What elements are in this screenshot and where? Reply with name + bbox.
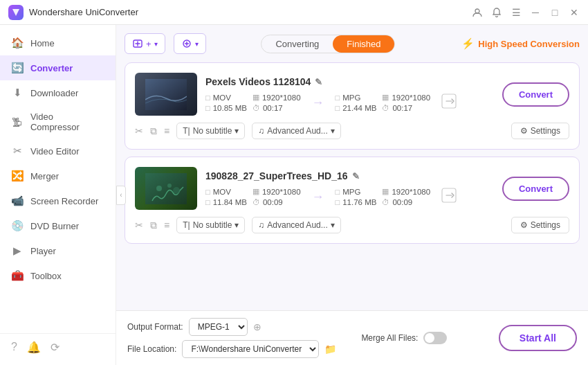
folder-icon[interactable]: 📁 [324, 344, 336, 355]
merge-row: Merge All Files: [361, 332, 447, 344]
downloader-icon: ⬇ [11, 87, 24, 99]
editor-icon: ✂ [11, 145, 24, 157]
sidebar-item-merger[interactable]: 🔀 Merger [0, 163, 116, 188]
subtitle-select-1[interactable]: T| No subtitle ▾ [176, 123, 245, 139]
bell-footer-icon[interactable]: 🔔 [27, 341, 41, 354]
file-location-select[interactable]: F:\Wondershare UniConverter [182, 340, 319, 358]
toggle-knob [425, 333, 434, 343]
out-format-icon: □ [336, 94, 340, 102]
out-res-icon: ▦ [382, 93, 389, 102]
sidebar-item-home[interactable]: 🏠 Home [0, 30, 116, 55]
convert-button-1[interactable]: Convert [502, 82, 569, 107]
svg-rect-3 [145, 79, 187, 110]
high-speed-conversion[interactable]: ⚡ High Speed Conversion [461, 37, 580, 50]
file1-output-format: MPG [342, 94, 360, 102]
gear-icon-1: ⚙ [520, 126, 528, 136]
sidebar-item-video-compressor[interactable]: 🗜 Video Compressor [0, 105, 116, 139]
bottom-left: Output Format: MPEG-1 ⊕ File Location: F… [127, 318, 336, 358]
size-icon: □ [205, 104, 210, 112]
f2-out-res-icon: ▦ [382, 187, 389, 196]
sidebar-item-converter[interactable]: 🔄 Converter [0, 55, 116, 80]
file1-output-res: 1920*1080 [392, 94, 430, 102]
audio-select-2[interactable]: ♫ Advanced Aud... ▾ [252, 217, 340, 233]
dur-icon: ⏱ [252, 104, 260, 112]
start-all-button[interactable]: Start All [499, 325, 577, 351]
output-format-select[interactable]: MPEG-1 [189, 318, 248, 336]
svg-point-7 [167, 184, 172, 188]
tab-converting[interactable]: Converting [261, 35, 333, 53]
close-icon[interactable]: ✕ [569, 7, 580, 18]
converter-icon: 🔄 [11, 62, 24, 74]
file1-out-res-row: ▦ 1920*1080 [382, 93, 430, 102]
list-icon-2[interactable]: ≡ [164, 220, 169, 231]
minimize-icon[interactable]: ─ [530, 7, 541, 18]
sidebar-label-converter: Converter [30, 63, 73, 73]
file1-output-dur: 00:17 [392, 104, 412, 112]
lightning-icon: ⚡ [461, 37, 475, 50]
sidebar-item-toolbox[interactable]: 🧰 Toolbox [0, 263, 116, 288]
file2-output-dur: 00:09 [392, 198, 412, 206]
file2-input-format-row: □ MOV [205, 188, 247, 196]
settings-label-1: Settings [531, 126, 560, 136]
sidebar-item-video-editor[interactable]: ✂ Video Editor [0, 139, 116, 163]
file1-res-row: ▦ 1920*1080 [252, 93, 301, 102]
file2-meta: □ MOV □ 11.84 MB [205, 187, 494, 206]
file1-title: Pexels Videos 1128104 ✎ [205, 76, 494, 87]
audio-label-2: Advanced Aud... [267, 220, 327, 230]
settings-button-1[interactable]: ⚙ Settings [511, 123, 569, 139]
format-icon: □ [205, 94, 210, 102]
sidebar-label-merger: Merger [30, 171, 59, 181]
sidebar-footer: ? 🔔 ⟳ [0, 333, 116, 359]
file2-input-dur: 00:09 [263, 198, 283, 206]
subtitle-select-2[interactable]: T| No subtitle ▾ [176, 217, 245, 233]
sidebar-item-downloader[interactable]: ⬇ Downloader [0, 80, 116, 105]
output-format-label: Output Format: [127, 322, 183, 332]
subtitle-label-2: No subtitle [193, 220, 232, 230]
tab-group: Converting Finished [261, 35, 395, 53]
maximize-icon[interactable]: □ [549, 7, 560, 18]
tab-finished[interactable]: Finished [333, 35, 394, 53]
add-settings-button[interactable]: ▾ [174, 33, 206, 54]
file2-output-size-row: □ 11.76 MB [336, 198, 377, 206]
edit-icon-2[interactable]: ✎ [352, 171, 360, 181]
arrow-icon-1: → [312, 96, 324, 110]
cut-icon-1[interactable]: ✂ [135, 125, 143, 136]
sync-icon[interactable]: ⟳ [50, 341, 59, 354]
question-icon[interactable]: ? [11, 341, 17, 354]
copy-icon-2[interactable]: ⧉ [150, 220, 157, 231]
thumb-image-1 [135, 73, 197, 116]
sidebar-item-screen-recorder[interactable]: 📹 Screen Recorder [0, 188, 116, 213]
edit-icon-1[interactable]: ✎ [315, 77, 322, 87]
titlebar: Wondershare UniConverter ☰ ─ □ ✕ [0, 0, 588, 25]
sidebar-label-toolbox: Toolbox [30, 271, 62, 281]
sidebar-item-dvd-burner[interactable]: 💿 DVD Burner [0, 213, 116, 238]
settings-button-2[interactable]: ⚙ Settings [511, 217, 569, 233]
sidebar-item-player[interactable]: ▶ Player [0, 238, 116, 263]
sidebar-collapse-button[interactable]: ‹ [116, 186, 126, 205]
toolbox-icon: 🧰 [11, 269, 24, 282]
copy-icon-1[interactable]: ⧉ [150, 125, 157, 137]
list-icon-1[interactable]: ≡ [164, 125, 169, 136]
cut-icon-2[interactable]: ✂ [135, 220, 143, 231]
file-location-row: File Location: F:\Wondershare UniConvert… [127, 340, 336, 358]
convert-button-2[interactable]: Convert [502, 177, 569, 201]
f2-out-size-icon: □ [336, 198, 340, 206]
file2-output-format: MPG [342, 188, 360, 196]
screen-recorder-icon: 📹 [11, 195, 24, 207]
file2-out-res-row: ▦ 1920*1080 [382, 187, 430, 196]
user-icon[interactable] [472, 7, 483, 18]
file2-input-meta: □ MOV □ 11.84 MB [205, 188, 247, 206]
out-dur-icon: ⏱ [382, 104, 389, 112]
app-title: Wondershare UniConverter [29, 7, 472, 17]
sidebar-label-home: Home [30, 38, 55, 48]
svg-rect-5 [145, 173, 187, 204]
audio-select-1[interactable]: ♫ Advanced Aud... ▾ [252, 123, 340, 139]
add-files-button[interactable]: + ▾ [125, 33, 165, 54]
menu-icon[interactable]: ☰ [511, 7, 522, 18]
thumbnail-2 [135, 167, 197, 210]
bell-icon[interactable] [491, 7, 502, 18]
file2-duration-row: ⏱ 00:09 [252, 198, 301, 206]
file1-input-res-meta: ▦ 1920*1080 ⏱ 00:17 [252, 93, 301, 112]
audio-chevron-2: ▾ [331, 220, 335, 230]
merge-toggle[interactable] [423, 332, 447, 344]
